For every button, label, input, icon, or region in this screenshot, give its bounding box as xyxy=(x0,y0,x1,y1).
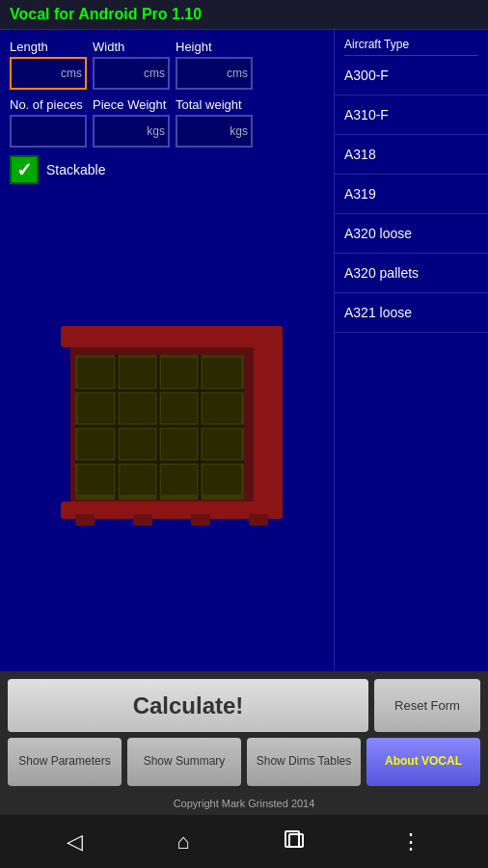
svg-rect-2 xyxy=(254,326,283,504)
title-bar: Vocal for Android Pro 1.10 xyxy=(0,0,488,30)
show-dims-tables-button[interactable]: Show Dims Tables xyxy=(247,738,361,786)
piece-weight-label: Piece Weight xyxy=(93,97,170,112)
svg-rect-13 xyxy=(203,358,241,388)
total-weight-input[interactable] xyxy=(176,115,253,148)
svg-rect-32 xyxy=(289,834,303,847)
svg-rect-10 xyxy=(78,358,114,388)
reset-form-button[interactable]: Reset Form xyxy=(374,679,480,732)
app-title: Vocal for Android Pro 1.10 xyxy=(10,6,202,22)
svg-rect-18 xyxy=(78,429,114,459)
aircraft-item-a319[interactable]: A319 xyxy=(335,175,488,214)
svg-rect-28 xyxy=(133,514,152,526)
navigation-bar: ◁ ⌂ ⋮ xyxy=(0,815,488,868)
length-label: Length xyxy=(10,40,87,54)
show-parameters-button[interactable]: Show Parameters xyxy=(8,738,122,786)
copyright-text: Copyright Mark Grinsted 2014 xyxy=(0,794,488,815)
piece-weight-input[interactable] xyxy=(93,115,170,148)
right-panel: Aircraft Type A300-F A310-F A318 A319 A3… xyxy=(334,30,488,671)
stackable-row: ✓ Stackable xyxy=(10,155,324,184)
aircraft-item-a300f[interactable]: A300-F xyxy=(335,56,488,95)
bottom-section: Calculate! Reset Form Show Parameters Sh… xyxy=(0,671,488,794)
svg-rect-23 xyxy=(120,465,155,495)
width-group: Width cms xyxy=(93,40,170,90)
height-input[interactable] xyxy=(176,57,253,90)
num-pieces-input[interactable] xyxy=(10,115,87,148)
width-input-wrapper: cms xyxy=(93,57,170,90)
num-pieces-label: No. of pieces xyxy=(10,97,87,112)
width-input[interactable] xyxy=(93,57,170,90)
svg-rect-27 xyxy=(75,514,95,526)
height-input-wrapper: cms xyxy=(176,57,253,90)
num-pieces-group: No. of pieces xyxy=(10,97,87,148)
aircraft-item-a318[interactable]: A318 xyxy=(335,135,488,175)
svg-rect-20 xyxy=(161,429,197,459)
dimensions-row: Length cms Width cms Height cms xyxy=(10,40,324,90)
svg-rect-12 xyxy=(161,358,197,388)
svg-rect-1 xyxy=(61,326,268,347)
total-weight-label: Total weight xyxy=(176,97,253,112)
width-label: Width xyxy=(93,40,170,54)
svg-rect-17 xyxy=(203,393,241,423)
main-content: Length cms Width cms Height cms xyxy=(0,30,488,671)
cargo-svg xyxy=(41,312,292,543)
svg-rect-29 xyxy=(191,514,210,526)
svg-rect-30 xyxy=(249,514,268,526)
aircraft-item-a320loose[interactable]: A320 loose xyxy=(335,214,488,254)
height-group: Height cms xyxy=(176,40,253,90)
piece-weight-input-wrapper: kgs xyxy=(93,115,170,148)
svg-rect-11 xyxy=(120,358,155,388)
length-input-wrapper: cms xyxy=(10,57,87,90)
left-panel: Length cms Width cms Height cms xyxy=(0,30,334,671)
back-button[interactable]: ◁ xyxy=(67,829,83,854)
svg-rect-14 xyxy=(78,393,114,423)
recent-apps-button[interactable] xyxy=(284,829,307,854)
about-vocal-button[interactable]: About VOCAL xyxy=(366,738,480,786)
calc-row: Calculate! Reset Form xyxy=(8,679,480,732)
checkmark-icon: ✓ xyxy=(16,158,33,181)
aircraft-item-a320pallets[interactable]: A320 pallets xyxy=(335,254,488,293)
svg-rect-16 xyxy=(161,393,197,423)
menu-button[interactable]: ⋮ xyxy=(400,829,421,854)
bottom-buttons-row: Show Parameters Show Summary Show Dims T… xyxy=(8,738,480,786)
num-pieces-input-wrapper xyxy=(10,115,87,148)
pieces-row: No. of pieces Piece Weight kgs Total wei… xyxy=(10,97,324,148)
stackable-checkbox[interactable]: ✓ xyxy=(10,155,39,184)
svg-rect-22 xyxy=(78,465,114,495)
cargo-illustration xyxy=(10,192,324,662)
aircraft-item-a321loose[interactable]: A321 loose xyxy=(335,293,488,333)
svg-rect-24 xyxy=(161,465,197,495)
home-button[interactable]: ⌂ xyxy=(176,829,189,854)
calculate-button[interactable]: Calculate! xyxy=(8,679,368,732)
aircraft-type-header: Aircraft Type xyxy=(335,30,488,55)
svg-rect-21 xyxy=(203,429,241,459)
length-input[interactable] xyxy=(10,57,87,90)
total-weight-group: Total weight kgs xyxy=(176,97,253,148)
height-label: Height xyxy=(176,40,253,54)
piece-weight-group: Piece Weight kgs xyxy=(93,97,170,148)
svg-rect-25 xyxy=(203,465,241,495)
show-summary-button[interactable]: Show Summary xyxy=(127,738,241,786)
svg-rect-15 xyxy=(120,393,155,423)
aircraft-item-a310f[interactable]: A310-F xyxy=(335,95,488,135)
total-weight-input-wrapper: kgs xyxy=(176,115,253,148)
stackable-label: Stackable xyxy=(46,162,105,177)
svg-rect-19 xyxy=(120,429,155,459)
length-group: Length cms xyxy=(10,40,87,90)
